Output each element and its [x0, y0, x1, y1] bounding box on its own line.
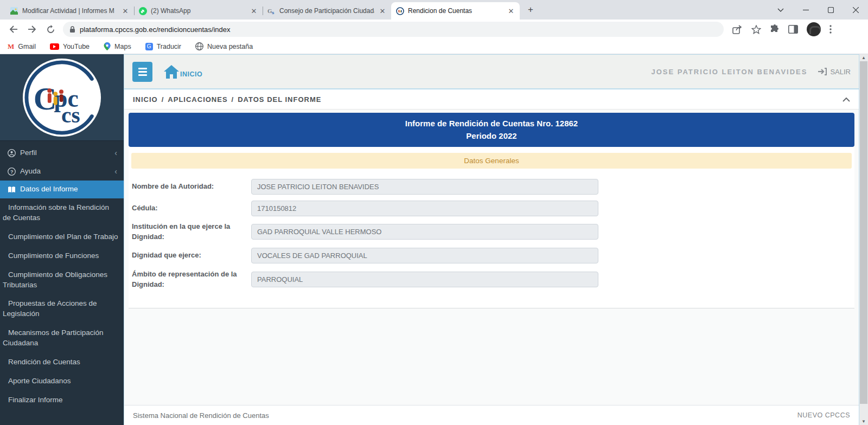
bookmark-star-icon[interactable]: [751, 25, 761, 34]
gs-icon: Gs: [267, 7, 276, 15]
scrollbar-thumb[interactable]: [860, 61, 867, 404]
logout-button[interactable]: SALIR: [818, 68, 851, 76]
tab-search-chevron-icon[interactable]: [768, 0, 793, 20]
sidebar-item-propuestas-legislacion[interactable]: Propuestas de Acciones de Legislación: [0, 294, 124, 324]
cedula-field[interactable]: [251, 201, 598, 216]
bookmarks-bar: MGmail YouTube Maps GTraducir Nueva pest…: [0, 39, 868, 54]
main-area: INICIO JOSE PATRICIO LEITON BENAVIDES SA…: [124, 54, 859, 425]
breadcrumb-separator: /: [162, 95, 164, 104]
forward-icon[interactable]: [24, 21, 40, 37]
sidebar-item-mecanismos-participacion[interactable]: Mecanismos de Participación Ciudadana: [0, 324, 124, 353]
share-icon[interactable]: [732, 25, 743, 34]
sidebar-item-datos-del-informe[interactable]: Datos del Informe: [0, 181, 124, 198]
bookmark-label: Nueva pestaña: [207, 43, 253, 50]
browser-window: Modificar Actividad | Informes M ✕ (2) W…: [0, 0, 868, 425]
question-icon: ?: [8, 168, 16, 176]
youtube-icon: [50, 43, 59, 50]
whatsapp-icon: [138, 7, 147, 15]
breadcrumb-inicio[interactable]: INICIO: [133, 95, 158, 104]
maps-icon: [104, 42, 111, 50]
back-icon[interactable]: [5, 21, 22, 37]
profile-avatar[interactable]: [807, 22, 821, 36]
close-icon[interactable]: ✕: [507, 7, 515, 15]
collapse-panel-button[interactable]: [843, 97, 850, 102]
window-controls: [768, 0, 868, 20]
logout-label: SALIR: [830, 68, 851, 76]
sidebar-item-cumplimiento-funciones[interactable]: Cumplimiento de Funciones: [0, 247, 124, 266]
sidebar-item-perfil[interactable]: Perfil ‹: [0, 144, 124, 163]
bookmark-label: Gmail: [18, 43, 36, 50]
svg-text:C: C: [34, 80, 57, 116]
tab-title: (2) WhatsApp: [151, 7, 246, 15]
minimize-icon[interactable]: [793, 0, 818, 20]
tab-whatsapp[interactable]: (2) WhatsApp ✕: [134, 2, 263, 20]
footer-system-name: Sistema Nacional de Rendición de Cuentas: [133, 411, 269, 420]
tab-consejo-participacion[interactable]: Gs Consejo de Participación Ciudada ✕: [263, 2, 391, 20]
app-footer: Sistema Nacional de Rendición de Cuentas…: [124, 405, 859, 425]
sidebar-item-rendicion-cuentas[interactable]: Rendición de Cuentas: [0, 353, 124, 372]
cpccs-logo: C pc cs: [0, 54, 124, 141]
extensions-puzzle-icon[interactable]: [770, 24, 780, 34]
section-title: Datos Generales: [131, 153, 852, 169]
sidebar-item-ayuda[interactable]: ? Ayuda ‹: [0, 163, 124, 181]
bookmark-label: Traducir: [157, 43, 181, 50]
gmail-icon: M: [8, 42, 14, 51]
cpccs-icon: [395, 7, 404, 15]
home-link[interactable]: INICIO: [163, 65, 202, 79]
breadcrumb: INICIO / APLICACIONES / DATOS DEL INFORM…: [124, 89, 859, 110]
close-icon[interactable]: ✕: [378, 7, 387, 15]
close-icon[interactable]: ✕: [250, 7, 258, 15]
breadcrumb-datos-del-informe[interactable]: DATOS DEL INFORME: [238, 95, 321, 104]
field-row-cedula: Cédula:: [132, 200, 851, 216]
sidebar-item-informacion-rendicion[interactable]: Información sobre la Rendición de Cuenta…: [0, 198, 124, 228]
picture-icon: [10, 7, 18, 15]
tab-modificar-actividad[interactable]: Modificar Actividad | Informes M ✕: [5, 2, 134, 20]
address-bar-icons: [732, 22, 832, 36]
home-icon: [163, 65, 180, 79]
footer-brand: NUEVO CPCCS: [797, 411, 850, 419]
close-window-icon[interactable]: [843, 0, 868, 20]
report-title-line1: Informe de Rendición de Cuentas Nro. 128…: [129, 118, 854, 130]
bookmark-nueva-pestana[interactable]: Nueva pestaña: [195, 42, 253, 50]
breadcrumb-aplicaciones[interactable]: APLICACIONES: [168, 95, 227, 104]
field-label: Institución en la que ejerce la Dignidad…: [132, 222, 251, 242]
browser-tab-strip: Modificar Actividad | Informes M ✕ (2) W…: [0, 0, 868, 20]
breadcrumb-separator: /: [232, 95, 234, 104]
field-label: Ámbito de representación de la Dignidad:: [132, 269, 251, 290]
sidebar: C pc cs Perfil ‹ ? Ayuda ‹: [0, 54, 124, 425]
sidebar-item-cumplimiento-plan[interactable]: Cumplimiento del Plan de Trabajo: [0, 228, 124, 247]
side-panel-icon[interactable]: [788, 25, 798, 34]
bookmark-traducir[interactable]: GTraducir: [145, 43, 181, 50]
url-field[interactable]: plataforma.cpccs.gob.ec/rendicioncuentas…: [63, 22, 724, 37]
bookmark-youtube[interactable]: YouTube: [50, 43, 90, 50]
header-right: JOSE PATRICIO LEITON BENAVIDES SALIR: [651, 68, 851, 76]
sidebar-item-obligaciones-tributarias[interactable]: Cumplimiento de Obligaciones Tributarias: [0, 266, 124, 295]
bookmark-gmail[interactable]: MGmail: [8, 42, 36, 51]
sidebar-item-aporte-ciudadanos[interactable]: Aporte Ciudadanos: [0, 372, 124, 391]
close-icon[interactable]: ✕: [121, 7, 130, 15]
maximize-icon[interactable]: [818, 0, 843, 20]
institucion-field[interactable]: [251, 224, 598, 240]
sign-out-icon: [818, 68, 827, 75]
hamburger-menu-icon[interactable]: [132, 62, 152, 82]
bookmark-maps[interactable]: Maps: [104, 42, 131, 50]
sidebar-item-finalizar-informe[interactable]: Finalizar Informe: [0, 391, 124, 410]
tab-rendicion-cuentas[interactable]: Rendicion de Cuentas ✕: [391, 2, 520, 20]
menu-dots-icon[interactable]: [829, 25, 832, 34]
field-row-dignidad: Dignidad que ejerce:: [132, 248, 851, 264]
content: Informe de Rendición de Cuentas Nro. 128…: [124, 110, 859, 405]
field-row-nombre-autoridad: Nombre de la Autoridad:: [132, 178, 851, 195]
field-label: Cédula:: [132, 203, 251, 214]
page-scrollbar[interactable]: ▲ ▼: [859, 54, 868, 425]
scroll-down-icon[interactable]: ▼: [859, 418, 868, 425]
nombre-autoridad-field[interactable]: [251, 179, 598, 195]
field-label: Nombre de la Autoridad:: [132, 182, 251, 192]
home-label: INICIO: [180, 70, 202, 79]
dignidad-field[interactable]: [251, 248, 598, 263]
reload-icon[interactable]: [42, 21, 59, 37]
ambito-field[interactable]: [251, 272, 598, 287]
scroll-up-icon[interactable]: ▲: [859, 54, 868, 61]
sidebar-item-label: Perfil: [20, 148, 37, 158]
chevron-left-icon: ‹: [114, 148, 117, 159]
new-tab-button[interactable]: +: [523, 2, 538, 17]
